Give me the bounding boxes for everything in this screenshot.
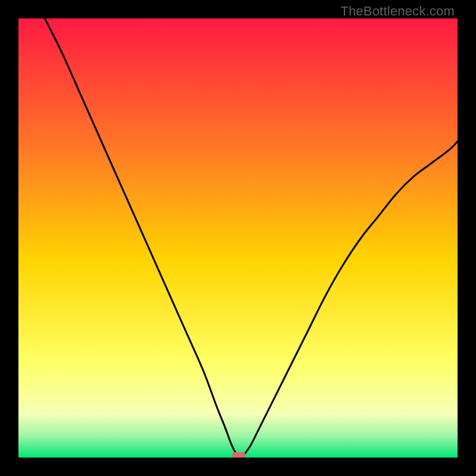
optimal-marker — [232, 452, 245, 458]
watermark-text: TheBottleneck.com — [340, 4, 455, 19]
bottleneck-curve — [18, 18, 458, 458]
plot-area — [18, 18, 458, 458]
chart-frame: TheBottleneck.com — [0, 0, 476, 476]
